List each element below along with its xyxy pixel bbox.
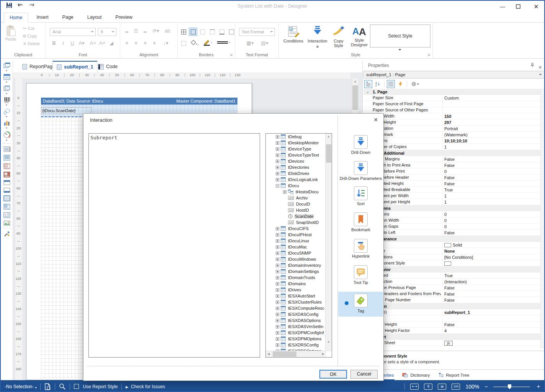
toolbox-image-icon[interactable] <box>1 219 13 227</box>
scroll-down-icon[interactable]: ▼ <box>326 340 332 344</box>
tree-item[interactable]: tDomainSettings <box>266 268 326 274</box>
select-style-button[interactable]: Select Style <box>370 24 430 47</box>
zoom-in-button[interactable]: ＋ <box>535 383 541 390</box>
events-view-button[interactable] <box>396 80 404 88</box>
property-row[interactable]: Page Height297 <box>363 119 540 126</box>
action-hyperlink[interactable]: Hyperlink <box>339 239 383 258</box>
tree-expand-toggle[interactable] <box>276 172 279 175</box>
text-rotate-icon[interactable]: ⟳▾ <box>150 27 162 35</box>
tree-expand-toggle[interactable] <box>276 160 279 163</box>
tree-item[interactable]: tDirectories <box>266 164 326 170</box>
toolbox-flyout-arrow[interactable]: ▸ <box>6 115 8 118</box>
scroll-right-icon[interactable]: ▶ <box>322 352 324 356</box>
tree-item[interactable]: 123SnapShotID <box>266 219 326 225</box>
align-right-icon[interactable]: ≡ <box>141 39 149 47</box>
scrollbar-thumb[interactable] <box>273 351 296 357</box>
property-row[interactable]: BrushSolid <box>363 242 540 248</box>
property-row[interactable]: Unlimited BreakableTrue <box>363 187 540 193</box>
property-value[interactable]: False <box>442 291 540 297</box>
property-group[interactable]: Page Additional <box>363 150 540 156</box>
tree-expand-toggle[interactable] <box>276 245 279 249</box>
tree-item[interactable]: tESXDPMConfigInf <box>266 330 326 336</box>
property-row[interactable]: Unlimited HeightFalse <box>363 181 540 187</box>
categorized-view-button[interactable] <box>364 80 372 88</box>
settings-gear-button[interactable]: ▾ <box>409 80 421 88</box>
cut-button[interactable]: ✂ Cut <box>23 26 40 31</box>
property-row[interactable]: Large Height Factor4 <box>363 328 540 334</box>
line-spacing-icon[interactable]: ↕▾ <box>160 39 172 47</box>
property-value[interactable]: [No Conditions] <box>442 254 540 260</box>
property-row[interactable]: Stop Before Print0 <box>363 168 540 175</box>
tree-item[interactable]: tDocuSNMP <box>266 250 326 256</box>
text-format-combo[interactable]: Text Format <box>239 28 275 36</box>
bold-button[interactable]: B <box>50 39 58 47</box>
property-row[interactable]: Number of Copies1 <box>363 144 540 150</box>
tree-expand-toggle[interactable] <box>276 276 279 279</box>
property-row[interactable]: EnabledTrue <box>363 273 540 279</box>
italic-button[interactable]: I <box>59 39 67 47</box>
tree-item[interactable]: tDocuWindows <box>266 256 326 262</box>
property-row[interactable]: Page Width150 <box>363 113 540 119</box>
tree-item[interactable]: tDeviceTypeText <box>266 152 326 158</box>
toolbox-flyout-arrow[interactable]: ▸ <box>6 80 8 83</box>
toolbox-table-band-icon[interactable] <box>1 194 13 202</box>
toolbox-cross-tab-icon[interactable]: ▸ <box>1 84 13 95</box>
tree-item[interactable]: tESXDASVmSettin <box>266 323 326 330</box>
tree-expand-toggle[interactable] <box>276 313 279 316</box>
property-value[interactable]: Custom <box>442 95 540 101</box>
action-tag[interactable]: Tag <box>339 294 383 313</box>
property-value[interactable]: False <box>442 162 540 168</box>
border-inside-button[interactable] <box>198 28 207 36</box>
conditions-button[interactable]: A Conditions <box>283 25 303 43</box>
ribbon-tab-page[interactable]: Page <box>57 13 79 22</box>
property-row[interactable]: Columns0 <box>363 211 540 217</box>
tree-item[interactable]: tESXComputeResc <box>266 305 326 311</box>
property-value[interactable]: False <box>442 322 540 328</box>
property-value[interactable] <box>442 101 540 107</box>
tree-expand-toggle[interactable] <box>276 154 279 157</box>
property-row[interactable]: Segment per Width1 <box>363 193 540 199</box>
toolbox-report-title-band-icon[interactable] <box>1 145 13 153</box>
toolbox-text-component-icon[interactable]: A <box>1 202 13 211</box>
property-value[interactable] <box>442 315 540 322</box>
fit-page-height-icon[interactable]: ⇅ <box>424 384 432 390</box>
border-top-button[interactable] <box>208 28 216 36</box>
property-row[interactable]: Interaction(Interaction) <box>363 279 540 285</box>
action-tool-tip[interactable]: Tool Tip <box>339 265 383 285</box>
tree-expand-toggle[interactable] <box>276 184 279 188</box>
align-center-icon[interactable]: ≡ <box>132 39 140 47</box>
toolbox-component-icon[interactable]: ▸ <box>1 61 13 72</box>
alphabetical-sort-button[interactable]: AZ <box>374 80 382 88</box>
property-value[interactable]: 0 <box>442 168 540 175</box>
pin-icon[interactable] <box>530 63 534 67</box>
copy-button[interactable]: ⧉ Copy <box>23 34 40 39</box>
toolbox-rich-text-icon[interactable]: A <box>1 211 13 219</box>
property-row[interactable]: Margins10;10;10;10 <box>363 138 540 144</box>
toolbox-flyout-arrow[interactable]: ▸ <box>6 92 8 95</box>
scroll-up-icon[interactable]: ▲ <box>352 80 358 83</box>
selection-dropdown[interactable]: -No Selection- ▴ <box>5 384 36 389</box>
property-row[interactable]: Paper Source of First Page <box>363 101 540 107</box>
action-drill-down[interactable]: Drill-Down <box>339 135 383 155</box>
tree-item[interactable]: tDomainInventory <box>266 262 326 268</box>
check-for-issues-button[interactable]: ▶ Check for Issues <box>126 384 165 389</box>
property-value[interactable]: True <box>442 187 540 193</box>
tree-item[interactable]: ScanDate <box>266 213 326 219</box>
property-row[interactable]: OrientationPortrait <box>363 126 540 132</box>
property-value[interactable]: 297 <box>442 119 540 126</box>
property-value[interactable]: Solid <box>442 242 540 248</box>
shrink-font-button[interactable]: A˅ <box>98 39 106 47</box>
color-swatch[interactable] <box>444 243 451 247</box>
properties-scrollbar[interactable] <box>540 89 545 348</box>
property-row[interactable]: Title Before HeaderFalse <box>363 175 540 181</box>
tree-item[interactable]: tESXDPMOptions <box>266 336 326 342</box>
delete-button[interactable]: ✕ Delete <box>23 41 40 46</box>
tree-expand-toggle[interactable] <box>276 239 279 243</box>
tree-item[interactable]: tDocu <box>266 183 326 189</box>
tree-item[interactable]: 123DocuID <box>266 201 326 207</box>
border-style-button[interactable] <box>217 39 233 47</box>
style-dialog-launcher[interactable]: ⇲ <box>427 53 430 57</box>
align-bottom-icon[interactable]: 🗕 <box>141 27 149 35</box>
zoom-slider-thumb[interactable] <box>508 384 511 389</box>
maximize-button[interactable] <box>516 4 523 9</box>
